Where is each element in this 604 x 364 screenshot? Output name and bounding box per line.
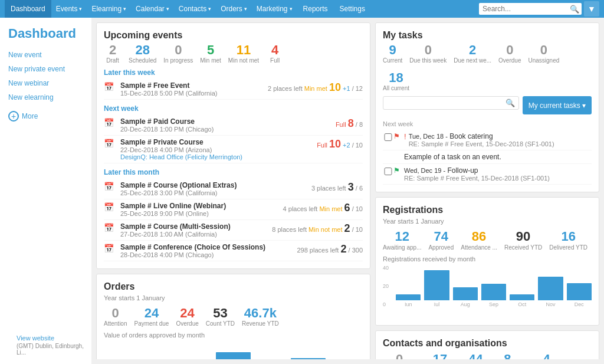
left-column: Upcoming events 2 Draft 28 Scheduled 0 I… bbox=[96, 22, 370, 359]
stat-inprogress[interactable]: 0 In progress bbox=[163, 43, 193, 64]
task-filter-button[interactable]: My current tasks ▾ bbox=[523, 96, 592, 114]
stat-overdue-tasks[interactable]: 0 Overdue bbox=[498, 43, 521, 64]
event-row[interactable]: 📅 Sample # Conference (Choice Of Session… bbox=[104, 241, 363, 261]
event-details: Sample # Course (Optional Extras) 25-Dec… bbox=[120, 181, 307, 196]
stat-overdue[interactable]: 24 Overdue bbox=[176, 306, 198, 327]
more-button[interactable]: + More bbox=[8, 111, 91, 122]
event-right: 8 places left Min not met 2 / 10 bbox=[272, 222, 363, 235]
nav-contacts[interactable]: Contacts▾ bbox=[174, 0, 216, 18]
task-item: Example of a task on an event. bbox=[383, 150, 592, 164]
event-row[interactable]: 📅 Sample # Course (Optional Extras) 25-D… bbox=[104, 179, 363, 199]
search-icon: 🔍 bbox=[505, 99, 515, 107]
stat-full[interactable]: 4 Full bbox=[266, 43, 284, 64]
chart-bar-label: Aug bbox=[461, 301, 470, 307]
stat-current[interactable]: 9 Current bbox=[383, 43, 402, 64]
task-search-input[interactable] bbox=[387, 99, 505, 107]
event-right: 4 places left Min met 6 / 10 bbox=[283, 202, 363, 214]
event-row[interactable]: 📅 Sample # Free Event 15-Dec-2018 5:00 P… bbox=[104, 79, 363, 100]
chart-bar-group: Dec bbox=[567, 265, 592, 307]
stat-due-next-week[interactable]: 2 Due next we... bbox=[454, 43, 491, 64]
orders-title: Orders bbox=[104, 281, 363, 292]
upcoming-events-title: Upcoming events bbox=[104, 30, 363, 41]
stat-all-current[interactable]: 18 All current bbox=[383, 71, 409, 91]
task-group-label: Next week bbox=[383, 120, 592, 127]
sidebar-new-elearning[interactable]: New elearning bbox=[8, 93, 91, 101]
sidebar-new-private-event[interactable]: New private event bbox=[8, 65, 91, 73]
task-item: ⚑ Wed, Dec 19 - Follow-up RE: Sample # F… bbox=[383, 164, 592, 185]
registrations-chart-label: Registrations received by month bbox=[383, 255, 592, 263]
task-checkbox[interactable] bbox=[383, 168, 393, 175]
stat-count-ytd[interactable]: 53 Count YTD bbox=[206, 306, 235, 327]
chart-bar bbox=[424, 270, 449, 300]
task-controls: 🔍 My current tasks ▾ bbox=[383, 96, 592, 114]
nav-reports[interactable]: Reports bbox=[297, 0, 334, 18]
chart-bar bbox=[567, 283, 592, 300]
user-menu-button[interactable]: ▼ bbox=[584, 1, 599, 17]
sidebar-new-webinar[interactable]: New webinar bbox=[8, 79, 91, 87]
nav-orders[interactable]: Orders▾ bbox=[216, 0, 252, 18]
section-later-this-week: Later this week bbox=[104, 68, 363, 77]
view-website-link[interactable]: View website bbox=[8, 329, 91, 343]
my-tasks-title: My tasks bbox=[383, 30, 592, 41]
circle-plus-icon: + bbox=[8, 111, 19, 122]
event-row[interactable]: 📅 Sample # Private Course 22-Dec-2018 4:… bbox=[104, 136, 363, 163]
search-icon[interactable]: 🔍 bbox=[570, 5, 579, 14]
task-content: Wed, Dec 19 - Follow-up RE: Sample # Fre… bbox=[404, 166, 592, 182]
stat-my-accounts[interactable]: 0 My accounts bbox=[383, 352, 416, 359]
event-details: Sample # Live Online (Webinar) 25-Dec-20… bbox=[120, 202, 278, 217]
right-column: My tasks 9 Current 0 Due this week 2 Due… bbox=[375, 22, 599, 359]
flag-icon: ⚑ bbox=[393, 132, 404, 140]
stat-minmet[interactable]: 5 Min met bbox=[200, 43, 221, 64]
nav-dashboard[interactable]: Dashboard bbox=[5, 0, 51, 18]
event-row[interactable]: 📅 Sample # Paid Course 20-Dec-2018 1:00 … bbox=[104, 115, 363, 136]
stat-unassigned[interactable]: 0 Unassigned bbox=[528, 43, 559, 64]
stat-awaiting[interactable]: 12 Awaiting app... bbox=[383, 229, 421, 250]
nav-settings[interactable]: Settings bbox=[334, 0, 371, 18]
stat-minnotmet[interactable]: 11 Min not met bbox=[228, 43, 259, 64]
event-row[interactable]: 📅 Sample # Course (Multi-Session) 27-Dec… bbox=[104, 220, 363, 241]
task-search-wrap: 🔍 bbox=[383, 96, 519, 110]
chart-bar-group: Sep bbox=[481, 265, 506, 307]
stat-administrators[interactable]: 4 Administrato... bbox=[528, 352, 566, 359]
nav-events[interactable]: Events▾ bbox=[51, 0, 87, 18]
nav-elearning[interactable]: Elearning▾ bbox=[87, 0, 131, 18]
event-right: 298 places left 2 / 300 bbox=[297, 243, 363, 255]
task-content: Example of a task on an event. bbox=[404, 153, 592, 161]
stat-due-this-week[interactable]: 0 Due this week bbox=[409, 43, 447, 64]
chart-bar bbox=[510, 294, 534, 300]
nav-search-input[interactable] bbox=[481, 3, 570, 15]
event-details: Sample # Free Event 15-Dec-2018 5:00 PM … bbox=[120, 81, 263, 97]
stat-payment-due[interactable]: 24 Payment due bbox=[134, 306, 169, 327]
chart-bar bbox=[481, 284, 506, 300]
nav-marketing[interactable]: Marketing▾ bbox=[252, 0, 297, 18]
chart-bar-label: Iul bbox=[434, 301, 440, 307]
stat-contacts[interactable]: 44 Contacts bbox=[464, 352, 487, 359]
stat-approved[interactable]: 74 Approved bbox=[428, 229, 454, 250]
sidebar-new-event[interactable]: New event bbox=[8, 51, 91, 59]
event-right: Full 10 +2 / 10 bbox=[317, 138, 363, 150]
stat-presenters[interactable]: 8 Presenters bbox=[493, 352, 521, 359]
upcoming-events-card: Upcoming events 2 Draft 28 Scheduled 0 I… bbox=[96, 22, 370, 269]
stat-delivered-ytd[interactable]: 16 Delivered YTD bbox=[549, 229, 587, 250]
stat-received-ytd[interactable]: 90 Received YTD bbox=[504, 229, 542, 250]
stat-scheduled[interactable]: 28 Scheduled bbox=[129, 43, 156, 64]
chart-bar-label: Iun bbox=[405, 301, 412, 307]
task-checkbox[interactable] bbox=[383, 133, 393, 141]
exclamation-icon: ! bbox=[404, 132, 406, 141]
stat-draft[interactable]: 2 Draft bbox=[104, 43, 122, 64]
event-row[interactable]: 📅 Sample # Live Online (Webinar) 25-Dec-… bbox=[104, 199, 363, 220]
top-navigation: Dashboard Events▾ Elearning▾ Calendar▾ C… bbox=[0, 0, 604, 18]
chart-bar bbox=[453, 287, 478, 300]
stat-attendance[interactable]: 86 Attendance ... bbox=[461, 229, 497, 250]
chart-bar bbox=[538, 277, 563, 300]
chart-bar-group: Iul bbox=[424, 265, 449, 307]
flag-done-icon: ⚑ bbox=[393, 166, 404, 175]
calendar-icon: 📅 bbox=[104, 223, 120, 232]
stat-revenue-ytd[interactable]: 46.7k Revenue YTD bbox=[242, 306, 279, 327]
stat-attention[interactable]: 0 Attention bbox=[104, 306, 127, 327]
section-later-this-month: Later this month bbox=[104, 168, 363, 176]
chart-bar-label: Sep bbox=[489, 301, 498, 307]
calendar-icon: 📅 bbox=[104, 118, 120, 127]
nav-calendar[interactable]: Calendar▾ bbox=[131, 0, 174, 18]
stat-organisations[interactable]: 17 Organisations bbox=[422, 352, 458, 359]
